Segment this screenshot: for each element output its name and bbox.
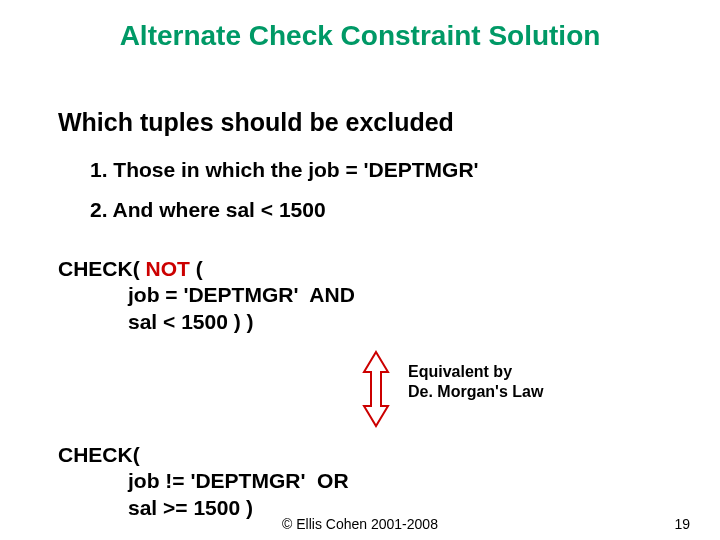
code-block-2: CHECK( job != 'DEPTMGR' OR sal >= 1500 ): [58, 442, 349, 521]
arrow-shape: [364, 352, 388, 426]
double-arrow-icon: [360, 350, 392, 428]
code-text: CHECK(: [58, 443, 140, 466]
code-block-1: CHECK( NOT ( job = 'DEPTMGR' AND sal < 1…: [58, 256, 355, 335]
equivalence-label: Equivalent by De. Morgan's Law: [408, 362, 543, 402]
copyright: © Ellis Cohen 2001-2008: [0, 516, 720, 532]
subheading: Which tuples should be excluded: [58, 108, 454, 137]
code-text: job != 'DEPTMGR' OR: [58, 469, 349, 492]
equiv-line2: De. Morgan's Law: [408, 382, 543, 402]
page-number: 19: [674, 516, 690, 532]
slide-title: Alternate Check Constraint Solution: [0, 20, 720, 52]
code-text: job = 'DEPTMGR' AND: [58, 283, 355, 306]
equiv-line1: Equivalent by: [408, 362, 543, 382]
code-text: (: [190, 257, 203, 280]
slide: Alternate Check Constraint Solution Whic…: [0, 0, 720, 540]
not-keyword: NOT: [146, 257, 190, 280]
code-text: sal < 1500 ) ): [58, 310, 254, 333]
code-text: CHECK(: [58, 257, 146, 280]
list-item: 2. And where sal < 1500: [90, 198, 326, 222]
list-item: 1. Those in which the job = 'DEPTMGR': [90, 158, 479, 182]
